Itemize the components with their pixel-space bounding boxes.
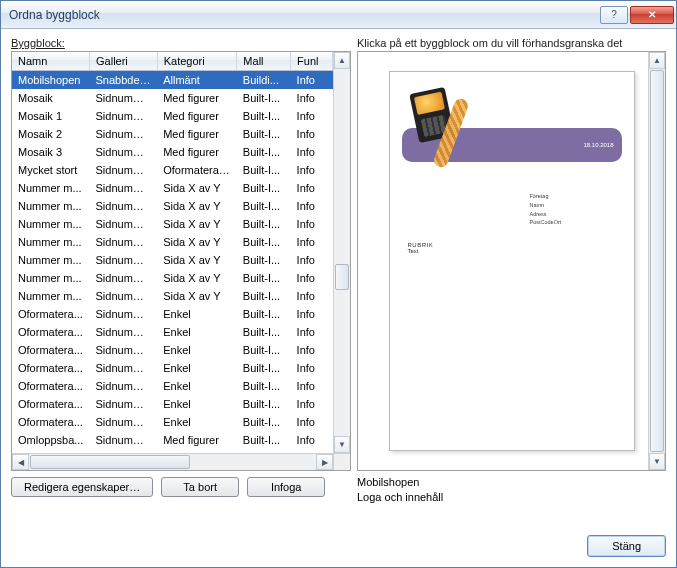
table-row[interactable]: Oformatera...Sidnumme...EnkelBuilt-I...I… xyxy=(12,341,333,359)
table-cell: Sidnumme... xyxy=(90,269,158,287)
table-cell: Enkel xyxy=(157,377,237,395)
table-cell: Built-I... xyxy=(237,395,291,413)
insert-button[interactable]: Infoga xyxy=(247,477,325,497)
preview-scroll-up-icon[interactable]: ▲ xyxy=(649,52,665,69)
table-row[interactable]: Oformatera...Sidnumme...EnkelBuilt-I...I… xyxy=(12,413,333,431)
col-header-template[interactable]: Mall xyxy=(237,52,291,71)
table-row[interactable]: Nummer m...Sidnumme...Sida X av YBuilt-I… xyxy=(12,269,333,287)
table-cell: Oformatera... xyxy=(12,413,90,431)
table-row[interactable]: Mycket stortSidnumme...Oformaterat...Bui… xyxy=(12,161,333,179)
table-cell: Built-I... xyxy=(237,359,291,377)
table-row[interactable]: Omloppsba...Sidnumme...Med figurerBuilt-… xyxy=(12,431,333,449)
horizontal-scrollbar[interactable]: ◀ ▶ xyxy=(12,453,333,470)
close-icon: ✕ xyxy=(648,9,656,20)
preview-meta-1: Företag xyxy=(530,192,562,201)
table-cell: Info xyxy=(291,269,333,287)
scroll-down-icon[interactable]: ▼ xyxy=(334,436,350,453)
table-row[interactable]: Nummer m...SidnummerSida X av YBuilt-I..… xyxy=(12,179,333,197)
table-cell: Sidnumme... xyxy=(90,377,158,395)
table-row[interactable]: Nummer m...Sidnumme...Sida X av YBuilt-I… xyxy=(12,251,333,269)
table-row[interactable]: MobilshopenSnabbdelarAllmäntBuildi...Inf… xyxy=(12,71,333,89)
table-cell: Med figurer xyxy=(157,143,237,161)
table-cell: Built-I... xyxy=(237,179,291,197)
table-row[interactable]: Oformatera...Sidnumme...EnkelBuilt-I...I… xyxy=(12,395,333,413)
table-cell: Info xyxy=(291,215,333,233)
scroll-left-icon[interactable]: ◀ xyxy=(12,454,29,470)
table-cell: Mosaik xyxy=(12,89,90,107)
table-row[interactable]: Oformatera...SidnummerEnkelBuilt-I...Inf… xyxy=(12,305,333,323)
hscroll-thumb[interactable] xyxy=(30,455,190,469)
table-cell: Mosaik 1 xyxy=(12,107,90,125)
table-row[interactable]: Oformatera...Sidnumme...EnkelBuilt-I...I… xyxy=(12,323,333,341)
titlebar: Ordna byggblock ? ✕ xyxy=(1,1,676,29)
preview-vertical-scrollbar[interactable]: ▲ ▼ xyxy=(648,52,665,470)
table-cell: Sidnumme... xyxy=(90,395,158,413)
table-cell: Sidnumme... xyxy=(90,251,158,269)
preview-pane: 18.10.2018 Företag Namn Adress PostCodeO… xyxy=(357,51,666,471)
close-window-button[interactable]: ✕ xyxy=(630,6,674,24)
table-cell: Info xyxy=(291,179,333,197)
table-cell: Med figurer xyxy=(157,125,237,143)
table-row[interactable]: MosaikSidnummerMed figurerBuilt-I...Info xyxy=(12,89,333,107)
building-blocks-table-container: Namn Galleri Kategori Mall Funl Mobilsho… xyxy=(11,51,351,471)
preview-scroll-down-icon[interactable]: ▼ xyxy=(649,453,665,470)
table-cell: Sidnumme... xyxy=(90,161,158,179)
table-cell: Info xyxy=(291,395,333,413)
table-cell: Sidnummer xyxy=(90,179,158,197)
table-cell: Built-I... xyxy=(237,323,291,341)
table-cell: Enkel xyxy=(157,395,237,413)
table-cell: Sidnumme... xyxy=(90,287,158,305)
table-cell: Built-I... xyxy=(237,269,291,287)
preview-meta: Företag Namn Adress PostCodeOrt xyxy=(530,192,562,227)
table-row[interactable]: Nummer m...Sidnumme...Sida X av YBuilt-I… xyxy=(12,233,333,251)
table-cell: Sida X av Y xyxy=(157,251,237,269)
table-row[interactable]: Mosaik 1Sidnumme...Med figurerBuilt-I...… xyxy=(12,107,333,125)
preview-date: 18.10.2018 xyxy=(583,142,613,148)
help-icon: ? xyxy=(611,9,617,20)
table-cell: Info xyxy=(291,107,333,125)
table-row[interactable]: Nummer m...Sidnumme...Sida X av YBuilt-I… xyxy=(12,215,333,233)
table-cell: Built-I... xyxy=(237,197,291,215)
preview-meta-4: PostCodeOrt xyxy=(530,218,562,227)
preview-meta-3: Adress xyxy=(530,210,562,219)
table-cell: Buildi... xyxy=(237,71,291,89)
preview-info-title: Mobilshopen xyxy=(357,475,666,490)
scroll-up-icon[interactable]: ▲ xyxy=(334,52,350,69)
table-cell: Info xyxy=(291,233,333,251)
table-row[interactable]: Nummer m...Sidnumme...Sida X av YBuilt-I… xyxy=(12,287,333,305)
table-cell: Enkel xyxy=(157,359,237,377)
table-cell: Info xyxy=(291,287,333,305)
table-cell: Info xyxy=(291,377,333,395)
preview-scroll-thumb[interactable] xyxy=(650,70,664,452)
preview-page[interactable]: 18.10.2018 Företag Namn Adress PostCodeO… xyxy=(389,71,635,451)
col-header-category[interactable]: Kategori xyxy=(157,52,237,71)
table-cell: Enkel xyxy=(157,341,237,359)
col-header-function[interactable]: Funl xyxy=(291,52,333,71)
scroll-right-icon[interactable]: ▶ xyxy=(316,454,333,470)
close-button[interactable]: Stäng xyxy=(587,535,666,557)
table-row[interactable]: Oformatera...Sidnumme...EnkelBuilt-I...I… xyxy=(12,359,333,377)
preview-info-desc: Loga och innehåll xyxy=(357,490,666,505)
table-cell: Mosaik 3 xyxy=(12,143,90,161)
edit-properties-button[interactable]: Redigera egenskaper… xyxy=(11,477,153,497)
table-cell: Omloppsba... xyxy=(12,431,90,449)
help-button[interactable]: ? xyxy=(600,6,628,24)
vertical-scrollbar[interactable]: ▲ ▼ xyxy=(333,52,350,453)
table-row[interactable]: Nummer m...Sidnumme...Sida X av YBuilt-I… xyxy=(12,197,333,215)
table-row[interactable]: Mosaik 3Sidnumme...Med figurerBuilt-I...… xyxy=(12,143,333,161)
table-cell: Oformaterat... xyxy=(157,161,237,179)
table-cell: Nummer m... xyxy=(12,215,90,233)
col-header-name[interactable]: Namn xyxy=(12,52,90,71)
table-cell: Snabbdelar xyxy=(90,71,158,89)
table-cell: Nummer m... xyxy=(12,251,90,269)
col-header-gallery[interactable]: Galleri xyxy=(90,52,158,71)
delete-button[interactable]: Ta bort xyxy=(161,477,239,497)
table-cell: Built-I... xyxy=(237,377,291,395)
table-cell: Allmänt xyxy=(157,71,237,89)
table-cell: Oformatera... xyxy=(12,359,90,377)
scroll-thumb[interactable] xyxy=(335,264,349,290)
table-row[interactable]: Oformatera...Sidnumme...EnkelBuilt-I...I… xyxy=(12,377,333,395)
table-cell: Sidnumme... xyxy=(90,359,158,377)
table-row[interactable]: Mosaik 2Sidnumme...Med figurerBuilt-I...… xyxy=(12,125,333,143)
table-cell: Sidnumme... xyxy=(90,431,158,449)
